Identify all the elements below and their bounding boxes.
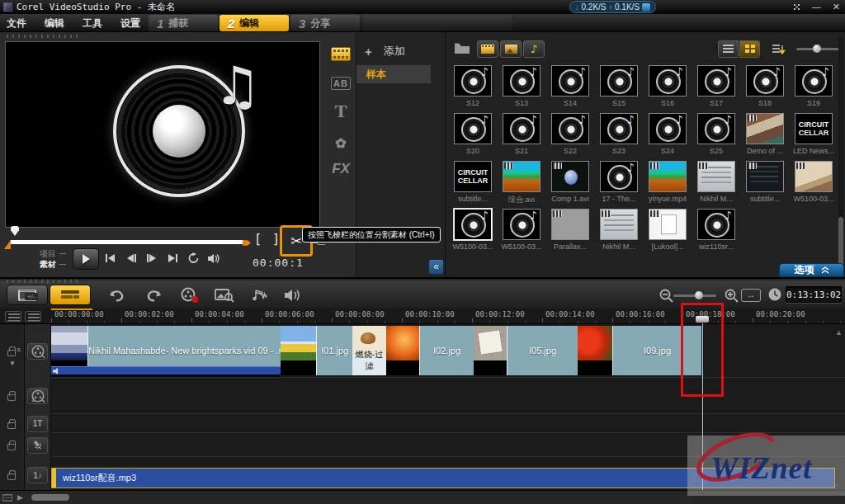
panel-drag-handle[interactable] (7, 35, 81, 38)
library-item[interactable]: S19 (791, 65, 837, 107)
minimize-button[interactable]: — (812, 1, 821, 13)
library-item[interactable]: Parallax... (547, 209, 593, 251)
repeat-button[interactable] (186, 252, 200, 265)
timeline-timecode[interactable]: 0:13:13:02 (786, 286, 842, 303)
library-item[interactable]: Comp 1.avi (547, 161, 593, 203)
horizontal-scrollbar-thumb[interactable] (31, 494, 69, 501)
library-item[interactable]: Demo of ... (742, 113, 788, 155)
fit-project-button[interactable]: ↔ (741, 289, 761, 302)
timeline-clip[interactable]: I02.jpg (419, 326, 474, 375)
mark-out-button[interactable]: ] (272, 232, 280, 247)
track-button-voice-track[interactable] (27, 437, 48, 454)
redo-button[interactable] (142, 285, 165, 305)
media-tab[interactable] (330, 44, 352, 64)
library-item[interactable]: yinyue.mp4 (644, 161, 691, 203)
volume-button[interactable] (207, 252, 220, 265)
library-item[interactable]: Nikhil M... (693, 161, 739, 203)
timeline-clip-thumbnail[interactable] (281, 326, 316, 375)
library-item[interactable]: S18 (742, 65, 788, 107)
close-button[interactable]: ✕ (833, 1, 840, 13)
library-item[interactable]: S13 (498, 65, 545, 107)
list-view-button[interactable] (718, 40, 739, 58)
timeline-filter-clip[interactable]: 燃烧-过滤 (352, 326, 386, 375)
library-scrollbar[interactable] (838, 37, 843, 272)
layout-switch-icon[interactable] (794, 4, 800, 11)
graphic-tab[interactable]: ✿ (330, 133, 352, 153)
network-speed-widget[interactable]: ↓ 0.2K/S ↑ 0.1K/S (569, 1, 656, 13)
library-item[interactable]: 综合.avi (498, 161, 545, 205)
audio-tool-button[interactable] (248, 285, 271, 305)
grid-view-button[interactable] (739, 40, 760, 58)
timeline-view-button[interactable] (50, 285, 91, 305)
track-button-video-track[interactable] (27, 343, 48, 360)
scroll-left-arrow[interactable]: ▶ (17, 493, 23, 502)
filter-tab[interactable]: FX (330, 159, 352, 179)
library-item[interactable]: S12 (450, 65, 496, 107)
options-button[interactable]: 选项 (779, 263, 844, 277)
filter-photo-button[interactable] (500, 40, 522, 58)
library-item[interactable]: S16 (644, 65, 691, 107)
project-mode-label[interactable]: 项目 (40, 248, 56, 260)
track-manager-icon[interactable] (5, 311, 21, 322)
timeline-clip-thumbnail[interactable] (386, 326, 419, 375)
lock-icon[interactable] (7, 350, 16, 356)
library-item[interactable]: [Lukool]... (644, 209, 691, 251)
chapter-point-icon[interactable] (25, 311, 41, 322)
step-tab-捕获[interactable]: 1捕获 (149, 15, 218, 31)
scrubber-bar[interactable] (10, 240, 244, 244)
mark-in-button[interactable]: [ (254, 232, 262, 247)
clip-edge-handle[interactable] (52, 469, 56, 488)
next-frame-button[interactable] (145, 252, 158, 265)
library-item[interactable]: CIRCUITCELLARsubtitle... (450, 161, 496, 203)
menu-item-3[interactable]: 设置 (120, 16, 140, 31)
library-item[interactable]: W5100-03... (498, 209, 545, 251)
library-item[interactable]: 17 - The... (596, 161, 642, 203)
library-item[interactable]: S17 (693, 65, 739, 107)
track-button-music-track[interactable]: 1♪ (27, 467, 48, 483)
timeline-clip-thumbnail[interactable] (578, 326, 612, 375)
transition-tab[interactable]: AB (330, 73, 352, 93)
timeline-zoom-slider[interactable] (673, 294, 716, 297)
collapse-panel-button[interactable]: « (428, 259, 444, 275)
menu-item-2[interactable]: 工具 (83, 16, 102, 31)
library-item[interactable]: subtitle... (742, 161, 788, 203)
play-button[interactable] (73, 248, 99, 270)
slider-knob[interactable] (813, 45, 821, 53)
track-add-remove-control[interactable]: +/- (25, 293, 38, 300)
timeline-clip-thumbnail[interactable] (474, 326, 507, 375)
menu-item-0[interactable]: 文件 (7, 16, 26, 31)
library-item[interactable]: S21 (498, 113, 545, 155)
track-scroll-up-arrow[interactable]: ▲ (835, 328, 843, 337)
video-track[interactable]: I09.jpgI05.jpgI02.jpg燃烧-过滤I01.jpgNikhil … (51, 326, 701, 375)
library-item[interactable]: S15 (596, 65, 642, 107)
library-item[interactable]: S25 (693, 113, 739, 155)
library-item[interactable]: Nikhil M... (596, 209, 642, 251)
scrubber-position-marker[interactable] (11, 230, 19, 240)
timeline-drag-handle[interactable] (7, 280, 81, 283)
library-item[interactable]: W5100-03... (450, 209, 496, 251)
library-item[interactable]: wiz110sr... (693, 209, 739, 251)
clip-audio-strip[interactable] (51, 366, 281, 374)
end-button[interactable] (166, 252, 179, 265)
thumbnail-size-slider[interactable] (796, 48, 839, 50)
menu-item-1[interactable]: 编辑 (45, 16, 64, 31)
library-item[interactable]: W5100-03... (791, 161, 837, 203)
timeline-clip[interactable]: I01.jpg (316, 326, 352, 375)
lock-icon[interactable] (7, 444, 16, 450)
sound-mixer-button[interactable] (281, 285, 304, 305)
record-capture-button[interactable] (178, 285, 201, 305)
home-button[interactable] (104, 252, 117, 265)
lock-icon[interactable] (7, 473, 16, 480)
swap-track-icon[interactable] (2, 494, 12, 502)
filter-audio-button[interactable]: ♪ (523, 40, 545, 58)
preview-timecode[interactable]: 00:00:1 (253, 257, 304, 269)
step-tab-编辑[interactable]: 2编辑 (220, 15, 289, 31)
library-item[interactable]: CIRCUITCELLARLED News... (791, 113, 837, 155)
undo-button[interactable] (106, 285, 129, 305)
library-item[interactable]: S14 (547, 65, 593, 107)
filter-video-button[interactable] (477, 40, 498, 58)
timeline-zoom-knob[interactable] (695, 291, 703, 299)
library-item[interactable]: S24 (644, 113, 691, 155)
library-item[interactable]: S22 (547, 113, 593, 155)
duration-clock-icon[interactable] (767, 287, 782, 302)
